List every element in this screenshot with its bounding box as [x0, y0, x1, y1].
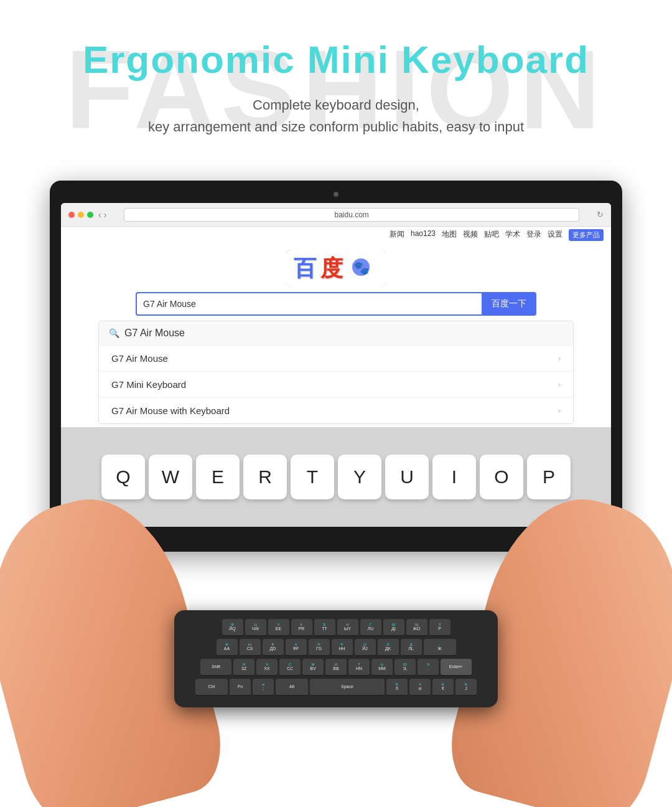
suggestion-text-1: G7 Air Mouse	[111, 353, 168, 364]
key-u[interactable]: U	[385, 455, 429, 499]
camera-dot	[334, 192, 338, 197]
phys-key-3-8[interactable]: ЮЭ,	[394, 659, 416, 676]
monitor-screen: ‹ › baidu.com ↻ 新闻 hao123 地图 视频 贴吧 学术	[61, 203, 611, 527]
phys-key-ф[interactable]: ФЙQ	[222, 619, 243, 636]
phys-key-shift[interactable]: Shift	[200, 659, 231, 676]
phys-key-2-2[interactable]: ЫСS	[240, 639, 261, 656]
key-e[interactable]: E	[196, 455, 240, 499]
baidu-search-input[interactable]	[136, 292, 482, 316]
phys-row-2: ФАА ЫСS ВДD АФF ПГG РНH ОЙJ ЛДК	[184, 639, 488, 656]
phys-key-4-4[interactable]: БJ	[455, 679, 477, 696]
phys-key-2-10[interactable]: ;Ж	[424, 639, 456, 656]
phys-key-ц[interactable]: ЦЧW	[245, 619, 266, 636]
forward-btn[interactable]: ›	[104, 210, 107, 220]
phys-key-3-9[interactable]: Э.	[418, 659, 439, 676]
phys-key-fn[interactable]: Fn	[230, 679, 251, 696]
nav-login[interactable]: 登录	[526, 229, 541, 241]
search-icon: 🔍	[109, 328, 119, 338]
key-t[interactable]: T	[291, 455, 334, 499]
phys-key-е[interactable]: ЕТT	[314, 619, 335, 636]
physical-keyboard: ФЙQ ЦЧW УЕE КРR ЕТT НЫY ГЛU ШДI	[174, 610, 498, 707]
phys-key-г[interactable]: ГЛU	[360, 619, 381, 636]
phys-key-2-9[interactable]: ДЛL	[401, 639, 422, 656]
phys-key-2-6[interactable]: РНH	[332, 639, 353, 656]
phys-key-у[interactable]: УЕE	[268, 619, 289, 636]
key-q[interactable]: Q	[101, 455, 145, 499]
phys-key-3-3[interactable]: ССC	[279, 659, 301, 676]
key-o[interactable]: O	[480, 455, 523, 499]
nav-video[interactable]: 视频	[463, 229, 478, 241]
browser-bar: ‹ › baidu.com ↻	[61, 203, 611, 227]
baidu-logo-area: 百 度 🐾	[61, 243, 611, 292]
phys-key-к[interactable]: КРR	[291, 619, 312, 636]
phys-key-3-7[interactable]: ЬМM	[371, 659, 393, 676]
phys-key-4-1[interactable]: Бб	[386, 679, 408, 696]
subtitle-line1: Complete keyboard design,	[253, 97, 419, 113]
phys-key-3-5[interactable]: ИВВ	[325, 659, 347, 676]
svg-text:百: 百	[294, 255, 317, 281]
nav-more[interactable]: 更多产品	[569, 229, 604, 241]
phys-key-з[interactable]: ЗP	[429, 619, 450, 636]
nav-tieba[interactable]: 贴吧	[484, 229, 499, 241]
phys-key-zh[interactable]: ж;	[253, 679, 274, 696]
key-p[interactable]: P	[527, 455, 571, 499]
phys-key-3-6[interactable]: ТНN	[348, 659, 370, 676]
phys-key-alt[interactable]: Alt	[276, 679, 308, 696]
arrow-icon-1: ›	[558, 354, 561, 363]
phys-row-3: Shift ЯЗZ ЧХX ССC МВV ИВВ ТНN ЬМM	[184, 659, 488, 676]
key-i[interactable]: I	[432, 455, 476, 499]
window-controls	[68, 212, 93, 218]
keyboard-row-qwerty: Q W E R T Y U I O P	[95, 448, 577, 506]
nav-map[interactable]: 地图	[442, 229, 457, 241]
dropdown-header: 🔍 G7 Air Mouse	[99, 321, 573, 346]
header-section: Ergonomic Mini Keyboard Complete keyboar…	[0, 0, 672, 138]
nav-news[interactable]: 新闻	[390, 229, 404, 241]
main-title: Ergonomic Mini Keyboard	[0, 37, 672, 82]
refresh-btn[interactable]: ↻	[597, 210, 604, 219]
phys-key-3-4[interactable]: МВV	[302, 659, 324, 676]
svg-text:度: 度	[320, 255, 343, 281]
dropdown-item-1[interactable]: G7 Air Mouse ›	[99, 346, 573, 372]
minimize-dot[interactable]	[78, 212, 84, 218]
arrow-icon-2: ›	[558, 380, 561, 389]
nav-hao123[interactable]: hao123	[411, 229, 436, 241]
key-w[interactable]: W	[149, 455, 192, 499]
key-y[interactable]: Y	[338, 455, 381, 499]
suggestion-text-3: G7 Air Mouse with Keyboard	[111, 405, 230, 416]
phys-key-2-3[interactable]: ВДD	[263, 639, 284, 656]
baidu-search-bar: 百度一下	[61, 292, 611, 316]
nav-settings[interactable]: 设置	[548, 229, 562, 241]
keyboard-screen-overlay: Q W E R T Y U I O P	[61, 427, 611, 527]
url-bar[interactable]: baidu.com	[124, 208, 579, 222]
phys-key-enter[interactable]: Enter↵	[441, 659, 472, 676]
baidu-search-button[interactable]: 百度一下	[482, 292, 536, 316]
key-r[interactable]: R	[243, 455, 287, 499]
phys-key-4-2[interactable]: Xxi	[409, 679, 431, 696]
phys-key-2-8[interactable]: ЛДК	[378, 639, 399, 656]
phys-key-3-1[interactable]: ЯЗZ	[233, 659, 254, 676]
maximize-dot[interactable]	[87, 212, 93, 218]
subtitle: Complete keyboard design, key arrangemen…	[0, 94, 672, 138]
phys-key-н[interactable]: НЫY	[337, 619, 358, 636]
nav-academic[interactable]: 学术	[505, 229, 520, 241]
browser-nav: ‹ ›	[98, 210, 106, 220]
phys-key-ш[interactable]: ШДI	[383, 619, 404, 636]
suggestion-text-2: G7 Mini Keyboard	[111, 379, 186, 390]
phys-key-2-5[interactable]: ПГG	[309, 639, 330, 656]
dropdown-item-2[interactable]: G7 Mini Keyboard ›	[99, 372, 573, 398]
back-btn[interactable]: ‹	[98, 210, 101, 220]
dropdown-item-3[interactable]: G7 Air Mouse with Keyboard ›	[99, 398, 573, 423]
search-query-display: G7 Air Mouse	[124, 328, 185, 339]
phys-key-ctrl[interactable]: Ctrl	[195, 679, 228, 696]
phys-key-2-1[interactable]: ФАА	[217, 639, 238, 656]
close-dot[interactable]	[68, 212, 75, 218]
phys-key-4-3[interactable]: Ε€	[432, 679, 454, 696]
phys-key-3-2[interactable]: ЧХX	[256, 659, 278, 676]
phys-key-2-7[interactable]: ОЙJ	[355, 639, 376, 656]
phys-key-2-4[interactable]: АФF	[286, 639, 307, 656]
phys-key-space[interactable]: Space	[310, 679, 385, 696]
monitor-wrapper: ‹ › baidu.com ↻ 新闻 hao123 地图 视频 贴吧 学术	[50, 181, 622, 552]
baidu-logo: 百 度 🐾	[286, 250, 386, 287]
phys-key-щ[interactable]: ЩЖO	[406, 619, 427, 636]
screen-content: ‹ › baidu.com ↻ 新闻 hao123 地图 视频 贴吧 学术	[61, 203, 611, 527]
